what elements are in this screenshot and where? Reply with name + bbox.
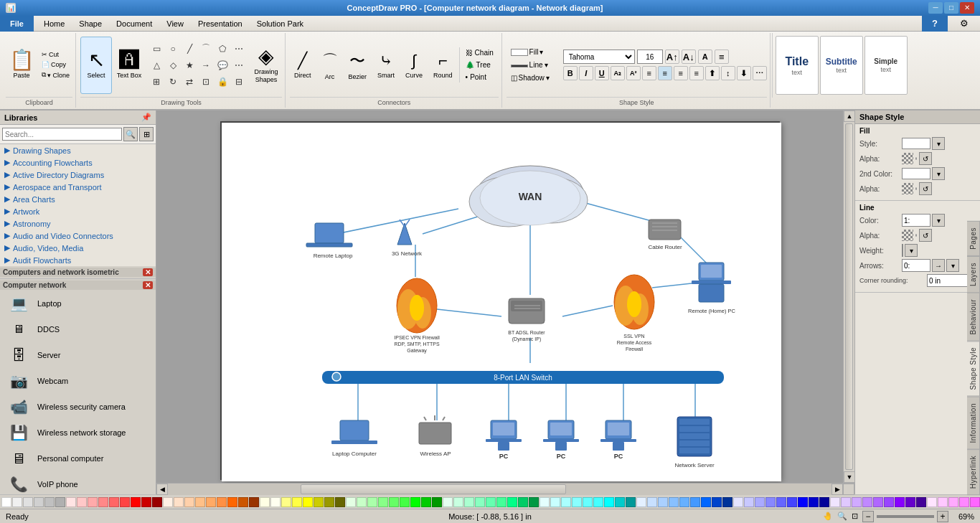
color-cell[interactable] — [905, 497, 915, 507]
color-cell[interactable] — [884, 497, 894, 507]
sidebar-pin-icon[interactable]: 📌 — [141, 113, 151, 122]
direct-button[interactable]: ╱ Direct — [290, 50, 316, 80]
scroll-down-button[interactable]: ▼ — [844, 471, 854, 483]
color-cell[interactable] — [948, 497, 958, 507]
color-cell[interactable] — [12, 497, 22, 507]
lib-shape-laptop[interactable]: 💻 Laptop — [1, 291, 154, 316]
sidebar-item-audio-video[interactable]: ▶ Audio and Video Connectors — [0, 230, 156, 242]
color-cell[interactable] — [238, 497, 248, 507]
font-highlight-button[interactable]: ≡ — [715, 50, 729, 64]
line-alpha-slider[interactable] — [915, 234, 917, 237]
color-cell[interactable] — [540, 497, 550, 507]
close-button[interactable]: ✕ — [960, 2, 974, 14]
canvas-viewport[interactable]: 8-Port LAN Switch — [156, 110, 843, 483]
color-cell[interactable] — [722, 497, 732, 507]
fill-2nd-color-btn[interactable]: ▾ — [932, 167, 945, 180]
color-cell[interactable] — [712, 497, 722, 507]
font-shrink-button[interactable]: A↓ — [682, 50, 696, 64]
align-left-button[interactable]: ≡ — [642, 66, 656, 80]
color-cell[interactable] — [636, 497, 646, 507]
view-toggle-button[interactable]: ⊞ — [139, 127, 154, 141]
color-cell[interactable] — [195, 497, 205, 507]
superscript-button[interactable]: A² — [626, 66, 641, 80]
line-color-btn[interactable]: ▾ — [932, 214, 945, 227]
color-cell[interactable] — [367, 497, 377, 507]
color-cell[interactable] — [227, 497, 237, 507]
arrow-btn[interactable]: → — [198, 57, 214, 73]
shape-style-tab[interactable]: Shape Style — [967, 341, 980, 396]
color-cell[interactable] — [755, 497, 765, 507]
menu-settings-icon[interactable]: ⚙ — [953, 16, 976, 32]
menu-document[interactable]: Document — [109, 16, 159, 32]
menu-view[interactable]: View — [159, 16, 191, 32]
font-color-button[interactable]: A — [698, 50, 712, 64]
snap-btn[interactable]: ⊞ — [149, 74, 164, 90]
lib-shape-voip[interactable]: 📞 VoIP phone — [1, 472, 154, 494]
sidebar-item-aerospace[interactable]: ▶ Aerospace and Transport — [0, 181, 156, 193]
color-cell[interactable] — [443, 497, 453, 507]
lib-shape-network-storage[interactable]: 💾 Wireless network storage — [1, 420, 154, 445]
color-cell[interactable] — [174, 497, 184, 507]
sidebar-item-audit[interactable]: ▶ Audit Flowcharts — [0, 254, 156, 266]
color-cell[interactable] — [776, 497, 786, 507]
color-cell[interactable] — [819, 497, 829, 507]
close-computers-section[interactable]: ✕ — [143, 268, 153, 276]
menu-presentation[interactable]: Presentation — [191, 16, 250, 32]
color-cell[interactable] — [120, 497, 130, 507]
color-cell[interactable] — [217, 497, 227, 507]
color-cell[interactable] — [270, 497, 281, 507]
arc-button[interactable]: ⌒ Arc — [318, 49, 342, 82]
line-alpha-btn[interactable]: ↺ — [919, 229, 932, 242]
font-family-select[interactable]: Tahoma — [563, 50, 635, 64]
color-cell[interactable] — [765, 497, 776, 507]
line-color-input[interactable] — [902, 214, 930, 227]
maximize-button[interactable]: □ — [944, 2, 958, 14]
color-cell[interactable] — [841, 497, 851, 507]
color-cell[interactable] — [959, 497, 969, 507]
menu-help-icon[interactable]: ? — [922, 16, 948, 32]
sidebar-item-area-charts[interactable]: ▶ Area Charts — [0, 193, 156, 205]
scroll-left-button[interactable]: ◀ — [156, 484, 168, 495]
color-cell[interactable] — [529, 497, 539, 507]
color-cell[interactable] — [744, 497, 754, 507]
behaviour-tab[interactable]: Behaviour — [967, 293, 980, 341]
lib-shape-ddcs[interactable]: 🖥 DDCS — [1, 317, 154, 341]
color-cell[interactable] — [260, 497, 270, 507]
more2-btn[interactable]: ⋯ — [231, 57, 247, 73]
menu-file[interactable]: File — [0, 16, 34, 32]
color-cell[interactable] — [303, 497, 313, 507]
text-box-button[interactable]: 🅰 Text Box — [113, 37, 145, 94]
drawing-shapes-button[interactable]: ◈ Drawing Shapes — [250, 37, 282, 94]
align-center-button[interactable]: ≡ — [658, 66, 672, 80]
text-more-button[interactable]: ⋯ — [753, 66, 767, 80]
subtitle-text-card[interactable]: Subtitle text — [820, 36, 863, 95]
valign-bottom-button[interactable]: ⬇ — [737, 66, 751, 80]
diamond-btn[interactable]: ◇ — [165, 57, 181, 73]
grp-btn[interactable]: ⊡ — [198, 74, 214, 90]
fill-alpha2-btn[interactable]: ↺ — [919, 182, 932, 195]
color-cell[interactable] — [615, 497, 625, 507]
curve-button[interactable]: ∫ Curve — [401, 50, 427, 80]
color-cell[interactable] — [669, 497, 679, 507]
color-cell[interactable] — [109, 497, 119, 507]
color-cell[interactable] — [593, 497, 603, 507]
paste-button[interactable]: 📋 Paste — [6, 37, 37, 94]
round-button[interactable]: ⌐ Round — [429, 50, 457, 80]
hscroll-track[interactable] — [168, 484, 831, 495]
zoom-out-button[interactable]: − — [862, 511, 874, 522]
color-cell[interactable] — [572, 497, 582, 507]
color-cell[interactable] — [152, 497, 162, 507]
color-cell[interactable] — [626, 497, 636, 507]
lib-shape-server[interactable]: 🗄 Server — [1, 343, 154, 367]
color-cell[interactable] — [249, 497, 259, 507]
color-cell[interactable] — [1, 497, 11, 507]
chain-button[interactable]: ⛓ Chain — [463, 47, 499, 58]
window-controls[interactable]: ─ □ ✕ — [928, 2, 974, 14]
information-tab[interactable]: Information — [967, 397, 980, 450]
align-right-button[interactable]: ≡ — [674, 66, 688, 80]
color-cell[interactable] — [798, 497, 808, 507]
fill-style-btn[interactable]: ▾ — [932, 137, 945, 150]
color-cell[interactable] — [701, 497, 711, 507]
sidebar-item-accounting[interactable]: ▶ Accounting Flowcharts — [0, 156, 156, 169]
tri-btn[interactable]: △ — [149, 57, 164, 73]
